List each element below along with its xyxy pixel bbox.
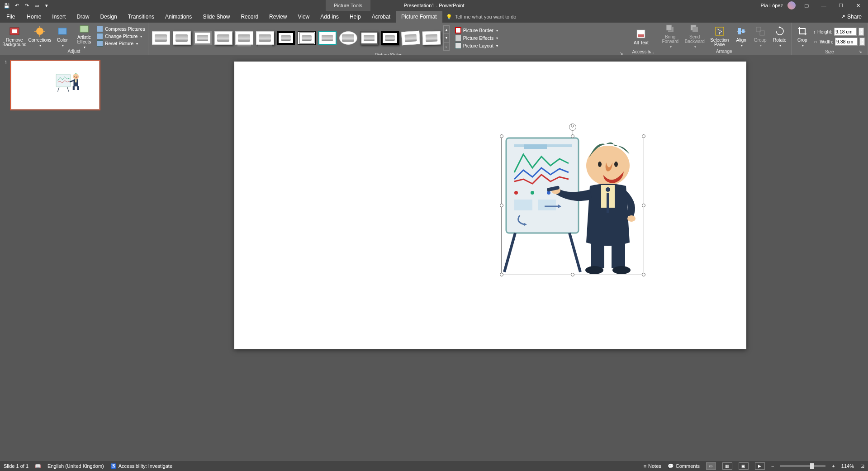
zoom-in-button[interactable]: + xyxy=(832,463,835,469)
style-thumb-2[interactable] xyxy=(173,31,191,45)
tab-file[interactable]: File xyxy=(0,11,21,23)
tab-record[interactable]: Record xyxy=(235,11,264,23)
maximize-button[interactable]: ☐ xyxy=(835,0,847,11)
tab-review[interactable]: Review xyxy=(264,11,292,23)
ribbon-display-options-icon[interactable]: ▢ xyxy=(800,0,813,11)
gallery-scroll-up[interactable]: ▴ xyxy=(444,26,449,34)
width-spinner[interactable]: ▴▾ xyxy=(859,38,865,46)
close-button[interactable]: ✕ xyxy=(852,0,864,11)
reset-picture-button[interactable]: Reset Picture▾ xyxy=(97,40,145,47)
style-thumb-3[interactable] xyxy=(194,31,212,45)
selection-pane-button[interactable]: Selection Pane xyxy=(709,24,730,49)
handle-nw[interactable] xyxy=(500,134,503,138)
zoom-level[interactable]: 114% xyxy=(841,463,854,469)
style-thumb-7[interactable] xyxy=(277,31,295,45)
style-thumb-14[interactable] xyxy=(422,31,441,45)
tab-help[interactable]: Help xyxy=(344,11,366,23)
tab-design[interactable]: Design xyxy=(95,11,122,23)
slide-sorter-view-button[interactable]: ▦ xyxy=(722,462,732,470)
artistic-effects-button[interactable]: Artistic Effects ▾ xyxy=(74,24,94,49)
handle-s[interactable] xyxy=(571,273,574,276)
accessibility-launcher[interactable]: ↘ xyxy=(648,49,653,55)
user-avatar[interactable] xyxy=(787,1,796,10)
crop-button[interactable]: Crop▾ xyxy=(794,24,811,49)
slide-indicator[interactable]: Slide 1 of 1 xyxy=(4,463,28,469)
picture-effects-button[interactable]: Picture Effects▾ xyxy=(455,35,498,41)
selected-picture[interactable] xyxy=(501,136,644,275)
reading-view-button[interactable]: ▣ xyxy=(739,462,749,470)
color-button[interactable]: Color ▾ xyxy=(53,24,71,49)
tab-transitions[interactable]: Transitions xyxy=(123,11,160,23)
share-button[interactable]: ↗ Share xyxy=(841,11,868,23)
tab-picture-format[interactable]: Picture Format xyxy=(396,11,442,23)
tab-insert[interactable]: Insert xyxy=(47,11,71,23)
comments-button[interactable]: 💬Comments xyxy=(668,463,700,469)
tab-draw[interactable]: Draw xyxy=(71,11,95,23)
handle-se[interactable] xyxy=(642,273,645,276)
zoom-out-button[interactable]: − xyxy=(771,463,774,469)
slide-thumbnails-pane[interactable]: 1 xyxy=(0,55,112,461)
picture-layout-button[interactable]: Picture Layout▾ xyxy=(455,43,498,49)
minimize-button[interactable]: — xyxy=(817,0,830,11)
handle-sw[interactable] xyxy=(500,273,503,276)
qat-customize-icon[interactable]: ▾ xyxy=(43,2,50,9)
slide-canvas[interactable] xyxy=(234,62,746,349)
style-thumb-9[interactable] xyxy=(318,31,337,45)
height-input[interactable] xyxy=(834,28,857,36)
style-thumb-4[interactable] xyxy=(214,31,232,45)
gallery-more[interactable]: ⌄ xyxy=(444,43,449,50)
accessibility-status[interactable]: ♿Accessibility: Investigate xyxy=(110,463,172,469)
tab-home[interactable]: Home xyxy=(21,11,47,23)
fit-to-window-button[interactable]: ⊡ xyxy=(860,463,864,469)
tab-animations[interactable]: Animations xyxy=(160,11,197,23)
start-from-beginning-icon[interactable]: ▭ xyxy=(33,2,40,9)
style-thumb-10[interactable] xyxy=(339,31,357,45)
align-button[interactable]: Align▾ xyxy=(733,24,749,49)
style-thumb-11[interactable] xyxy=(360,31,378,45)
handle-ne[interactable] xyxy=(642,134,645,138)
change-picture-button[interactable]: Change Picture▾ xyxy=(97,33,145,39)
style-thumb-6[interactable] xyxy=(256,31,274,45)
style-thumb-1[interactable] xyxy=(152,31,170,45)
zoom-slider-knob[interactable] xyxy=(810,463,814,469)
corrections-button[interactable]: Corrections ▾ xyxy=(29,24,51,49)
document-title: Presentation1 - PowerPoint xyxy=(404,3,465,8)
alt-text-button[interactable]: Alt Text xyxy=(632,24,650,49)
slide-thumbnail[interactable] xyxy=(10,60,100,110)
handle-e[interactable] xyxy=(642,204,645,207)
slide-thumb-1[interactable]: 1 xyxy=(3,60,107,110)
save-icon[interactable]: 💾 xyxy=(4,2,10,9)
tab-add-ins[interactable]: Add-ins xyxy=(315,11,344,23)
color-icon xyxy=(57,25,68,37)
rotate-handle[interactable] xyxy=(569,124,576,131)
slideshow-view-button[interactable]: ▶ xyxy=(755,462,765,470)
style-thumb-13[interactable] xyxy=(401,31,420,46)
normal-view-button[interactable]: ▭ xyxy=(706,462,716,470)
tab-view[interactable]: View xyxy=(292,11,315,23)
tab-acrobat[interactable]: Acrobat xyxy=(366,11,396,23)
height-spinner[interactable]: ▴▾ xyxy=(859,28,864,36)
zoom-slider[interactable] xyxy=(780,465,825,467)
rotate-button[interactable]: Rotate▾ xyxy=(771,24,788,49)
style-thumb-5[interactable] xyxy=(235,31,253,45)
tab-slide-show[interactable]: Slide Show xyxy=(197,11,235,23)
handle-n[interactable] xyxy=(571,134,574,138)
handle-w[interactable] xyxy=(500,204,503,207)
tell-me-search[interactable]: 💡 Tell me what you want to do xyxy=(446,11,517,23)
language-indicator[interactable]: English (United Kingdom) xyxy=(47,463,104,469)
style-thumb-12[interactable] xyxy=(381,31,399,45)
width-input[interactable] xyxy=(835,38,858,46)
spellcheck-icon[interactable]: 📖 xyxy=(35,463,41,469)
notes-button[interactable]: ≡Notes xyxy=(644,463,661,469)
compress-pictures-button[interactable]: Compress Pictures xyxy=(97,26,145,32)
remove-background-button[interactable]: Remove Background xyxy=(3,24,26,49)
redo-icon[interactable]: ↷ xyxy=(24,2,30,9)
size-launcher[interactable]: ↘ xyxy=(859,49,864,55)
slide-editor[interactable] xyxy=(112,55,868,461)
size-group-label: Size xyxy=(794,49,865,56)
gallery-scroll-down[interactable]: ▾ xyxy=(444,34,449,42)
picture-border-button[interactable]: Picture Border▾ xyxy=(455,27,498,33)
style-thumb-8[interactable] xyxy=(298,31,316,45)
undo-icon[interactable]: ↶ xyxy=(14,2,20,9)
adjust-group-label: Adjust xyxy=(3,49,145,55)
